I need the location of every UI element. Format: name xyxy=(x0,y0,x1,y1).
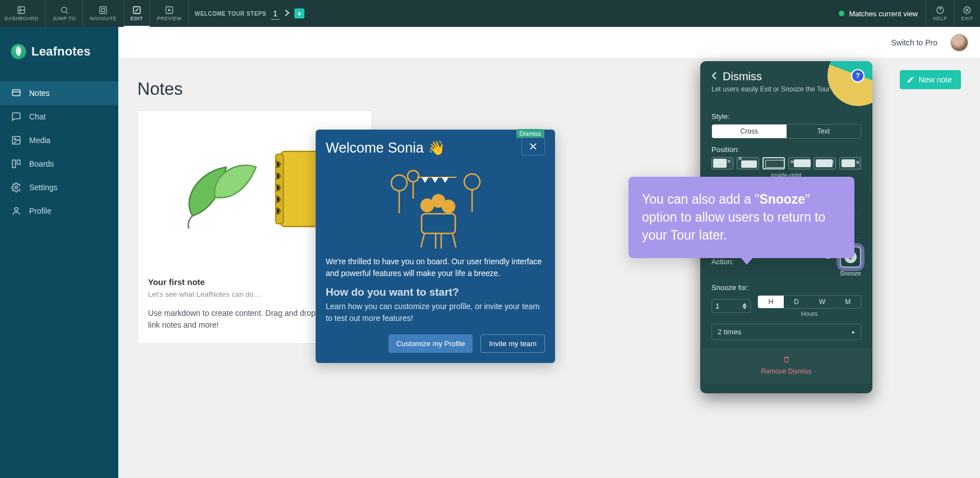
svg-rect-12 xyxy=(17,160,20,164)
svg-point-10 xyxy=(14,138,16,140)
chat-icon xyxy=(11,112,21,122)
snooze-unit-segmented: H D W M xyxy=(757,295,861,309)
snooze-number-input[interactable]: 1 xyxy=(711,299,751,313)
sidebar-item-label: Boards xyxy=(29,159,54,168)
coach-tooltip: You can also add a "Snooze" option to al… xyxy=(628,177,854,258)
svg-rect-3 xyxy=(101,8,104,11)
topbar-exit[interactable]: EXIT xyxy=(954,0,980,27)
button-label: New note xyxy=(919,75,952,84)
close-icon xyxy=(529,142,538,151)
topbar-help[interactable]: HELP xyxy=(926,0,954,27)
sidebar-item-boards[interactable]: Boards xyxy=(0,152,118,176)
sidebar-item-notes[interactable]: Notes xyxy=(0,81,118,105)
status-dot-icon xyxy=(839,11,844,16)
match-status: Matches current view xyxy=(831,0,926,27)
panel-title: Dismiss xyxy=(723,70,762,83)
svg-point-23 xyxy=(442,200,455,213)
unit-option-weeks[interactable]: W xyxy=(810,296,835,308)
tooltip-bold: Snooze xyxy=(759,192,805,206)
welcome-illustration xyxy=(316,160,555,256)
svg-point-21 xyxy=(421,199,433,212)
topbar-navigate[interactable]: NAVIGATE xyxy=(83,0,123,27)
leaf-logo-icon xyxy=(11,44,26,59)
boards-icon xyxy=(11,159,21,169)
customize-profile-button[interactable]: Customize my Profile xyxy=(389,334,473,353)
welcome-modal: Welcome Sonia 👋 Dismiss We're thrilled xyxy=(316,130,555,363)
sidebar-item-label: Media xyxy=(29,136,50,145)
unit-caption: Hours xyxy=(757,310,861,317)
sidebar-item-media[interactable]: Media xyxy=(0,128,118,152)
add-step-button[interactable]: + xyxy=(294,8,304,19)
edit-pencil-icon xyxy=(132,6,141,15)
user-avatar[interactable] xyxy=(951,34,968,51)
style-option-cross[interactable]: Cross xyxy=(712,125,787,138)
svg-point-19 xyxy=(464,174,480,190)
unit-option-hours[interactable]: H xyxy=(758,296,784,308)
topbar-label: PREVIEW xyxy=(157,16,182,21)
topbar-preview[interactable]: PREVIEW xyxy=(150,0,189,27)
switch-to-pro-link[interactable]: Switch to Pro xyxy=(891,38,937,47)
panel-subtitle: Let users easily Exit or Snooze the Tour xyxy=(711,85,861,93)
position-option-corner-right[interactable]: ✕ xyxy=(813,157,835,169)
brand-name: Leafnotes xyxy=(31,44,91,59)
gear-icon xyxy=(11,182,21,192)
new-note-icon xyxy=(907,76,914,84)
step-number-input[interactable]: 1 xyxy=(271,8,280,20)
sidebar-item-chat[interactable]: Chat xyxy=(0,105,118,128)
topbar-jumpto[interactable]: JUMP TO xyxy=(46,0,84,27)
image-icon xyxy=(11,135,21,145)
leafnotes-header: Switch to Pro xyxy=(118,27,980,58)
topbar-label: JUMP TO xyxy=(53,16,76,21)
invite-team-button[interactable]: Invite my team xyxy=(480,334,545,353)
style-segmented: Cross Text xyxy=(711,124,861,139)
position-option-far-right[interactable]: ✕ xyxy=(839,157,861,169)
topbar-label: DASHBOARD xyxy=(4,16,39,21)
position-option-outer-left[interactable]: ✕ xyxy=(711,157,733,169)
trash-icon xyxy=(783,357,791,365)
svg-rect-2 xyxy=(100,7,107,13)
unit-option-months[interactable]: M xyxy=(835,296,861,308)
style-option-text[interactable]: Text xyxy=(787,125,861,138)
svg-rect-8 xyxy=(12,90,20,96)
select-value: 2 times xyxy=(718,328,741,336)
dismiss-element-tag[interactable]: Dismiss xyxy=(516,129,545,138)
snooze-controls: 1 H D W M Hours xyxy=(711,295,861,317)
welcome-head: Welcome Sonia 👋 Dismiss xyxy=(316,130,555,160)
svg-point-18 xyxy=(391,175,407,191)
sidebar-item-settings[interactable]: Settings xyxy=(0,176,118,199)
svg-point-14 xyxy=(15,208,18,211)
close-circle-icon xyxy=(963,6,972,15)
sidebar-item-label: Settings xyxy=(29,183,58,192)
sidebar-item-profile[interactable]: Profile xyxy=(0,199,118,223)
snooze-times-select[interactable]: 2 times ▸ xyxy=(711,324,861,340)
tooltip-text: You can also add a " xyxy=(642,192,759,206)
spinner-up[interactable] xyxy=(742,303,747,306)
number-spinner xyxy=(742,303,747,309)
topbar-edit[interactable]: EDIT xyxy=(124,0,150,27)
welcome-close-button[interactable] xyxy=(521,137,545,155)
panel-back-button[interactable] xyxy=(711,72,717,82)
new-note-button[interactable]: New note xyxy=(900,70,961,89)
svg-point-20 xyxy=(408,171,419,182)
position-option-top-outside[interactable]: ✕ xyxy=(737,157,759,169)
brand[interactable]: Leafnotes xyxy=(0,36,118,67)
steps-control: WELCOME TOUR STEPS 1 + xyxy=(189,0,310,27)
welcome-actions: Customize my Profile Invite my team xyxy=(326,334,545,353)
help-circle-icon xyxy=(936,6,945,15)
unit-option-days[interactable]: D xyxy=(784,296,810,308)
dashboard-grid-icon xyxy=(17,6,26,15)
svg-point-13 xyxy=(15,186,18,189)
position-option-inside-left[interactable]: ✕ xyxy=(788,157,810,169)
welcome-paragraph: Learn how you can customize your profile… xyxy=(326,301,545,324)
chevron-right-icon xyxy=(284,10,290,16)
welcome-paragraph: We're thrilled to have you on board. Our… xyxy=(326,256,545,279)
chevron-left-icon xyxy=(711,72,717,80)
remove-dismiss-button[interactable]: Remove Dismiss xyxy=(702,367,870,375)
spinner-down[interactable] xyxy=(742,306,747,309)
topbar-label: EDIT xyxy=(131,16,143,21)
welcome-subheading: How do you want to start? xyxy=(326,286,545,298)
topbar-label: EXIT xyxy=(961,16,973,21)
position-option-inside-right[interactable]: ✕ xyxy=(762,157,785,169)
step-next-button[interactable] xyxy=(284,10,290,17)
topbar-dashboard[interactable]: DASHBOARD xyxy=(0,0,46,27)
